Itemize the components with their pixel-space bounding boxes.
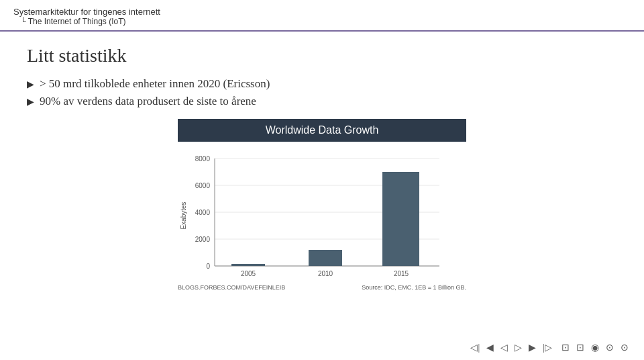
nav-prev-icon[interactable]: ◀ (484, 341, 496, 355)
bullet-text-1: > 50 mrd tilkoblede enheter innen 2020 (… (40, 77, 270, 91)
svg-text:2010: 2010 (318, 270, 333, 277)
chart-svg: 8000 6000 4000 2000 0 Exabytes (178, 148, 466, 283)
nav-help-icon[interactable]: ⊙ (604, 341, 616, 355)
nav-info-icon[interactable]: ⊙ (619, 341, 631, 355)
chart-container: Worldwide Data Growth 8000 6000 4000 200… (178, 119, 466, 292)
svg-text:4000: 4000 (195, 209, 211, 216)
nav-settings-icon[interactable]: ◉ (589, 341, 601, 355)
list-item: ▶ 90% av verdens data produsert de siste… (27, 95, 617, 108)
nav-last-icon[interactable]: |▷ (541, 341, 554, 355)
nav-zoom-icon[interactable]: ⊡ (574, 341, 586, 355)
main-content: Litt statistikk ▶ > 50 mrd tilkoblede en… (0, 32, 644, 299)
svg-text:2000: 2000 (195, 236, 211, 243)
header-title: Systemarkitektur for tingenes internett (13, 7, 631, 17)
nav-search-icon[interactable]: ⊡ (559, 341, 572, 355)
bullet-arrow-icon: ▶ (27, 96, 34, 107)
nav-next-step-icon[interactable]: ▷ (513, 341, 524, 355)
bullet-arrow-icon: ▶ (27, 79, 34, 90)
nav-first-icon[interactable]: ◁| (468, 341, 482, 355)
svg-text:0: 0 (206, 263, 210, 270)
header-subtitle: The Internet of Things (IoT) (13, 17, 631, 26)
svg-text:Exabytes: Exabytes (180, 201, 187, 229)
section-title: Litt statistikk (27, 45, 617, 66)
nav-next-icon[interactable]: ▶ (527, 341, 538, 355)
svg-text:6000: 6000 (195, 182, 211, 189)
list-item: ▶ > 50 mrd tilkoblede enheter innen 2020… (27, 77, 617, 91)
bar-2010 (309, 250, 342, 266)
bottom-nav: ◁| ◀ ◁ ▷ ▶ |▷ ⊡ ⊡ ◉ ⊙ ⊙ (468, 341, 631, 355)
chart-area: 8000 6000 4000 2000 0 Exabytes (178, 142, 466, 283)
header: Systemarkitektur for tingenes internett … (0, 0, 644, 32)
bar-2005 (231, 264, 265, 266)
svg-text:2005: 2005 (241, 270, 256, 277)
bullet-text-2: 90% av verdens data produsert de siste t… (40, 95, 256, 108)
svg-text:8000: 8000 (195, 155, 211, 163)
svg-text:2015: 2015 (394, 270, 409, 277)
chart-title: Worldwide Data Growth (178, 119, 466, 142)
nav-prev-step-icon[interactable]: ◁ (498, 341, 510, 355)
bullet-list: ▶ > 50 mrd tilkoblede enheter innen 2020… (27, 77, 617, 108)
bar-2015 (382, 172, 419, 266)
